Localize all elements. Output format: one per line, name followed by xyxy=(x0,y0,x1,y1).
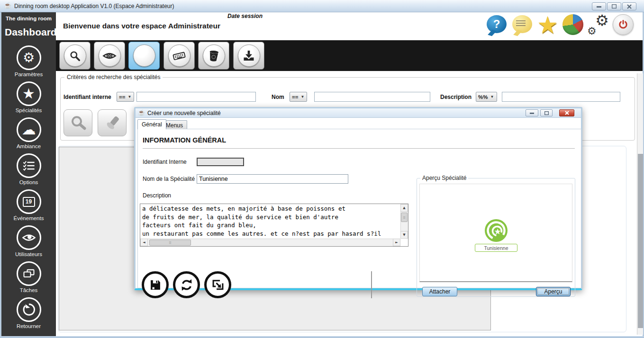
field-label-identifiant: Identifiant interne xyxy=(63,94,111,100)
identifiant-interne-input[interactable] xyxy=(197,158,244,166)
close-button[interactable] xyxy=(622,2,636,10)
toolbar-import-button[interactable] xyxy=(233,42,264,70)
scrollbar-thumb[interactable] xyxy=(638,154,643,328)
welcome-title: Bienvenue dans votre espace Administrate… xyxy=(63,22,220,30)
export-button[interactable] xyxy=(204,271,231,298)
nom-search-input[interactable] xyxy=(314,92,430,102)
button-divider xyxy=(371,271,372,298)
chevron-down-icon: ▼ xyxy=(300,95,304,99)
messages-button[interactable] xyxy=(511,14,533,36)
dialog-close-button[interactable] xyxy=(559,109,574,116)
identifiant-search-input[interactable] xyxy=(136,92,256,102)
clear-criteria-button[interactable] xyxy=(98,109,127,136)
chevron-down-icon: ▼ xyxy=(127,95,131,99)
sidebar-item-ambiance[interactable]: ☁ Ambiance xyxy=(1,117,56,152)
sidebar: The dinning room Dashboard ⚙ Paramètres … xyxy=(1,12,56,337)
refresh-icon xyxy=(180,278,193,292)
operator-select-nom[interactable]: ==▼ xyxy=(290,92,307,102)
keyboard-icon xyxy=(168,44,190,67)
scroll-down-icon[interactable]: ▼ xyxy=(400,231,408,239)
help-button[interactable]: ? xyxy=(486,14,508,36)
java-app-icon: ☕ xyxy=(138,109,145,116)
calendar-icon: 19 xyxy=(17,189,41,214)
dialog-titlebar: ☕ Créer une nouvelle spécialité xyxy=(136,108,581,118)
textarea-vertical-scrollbar[interactable]: ▲ ☰ ▼ xyxy=(400,204,408,239)
minimize-icon xyxy=(597,6,601,8)
sidebar-item-utilisateurs[interactable]: Utilisateurs xyxy=(1,225,56,260)
maximize-icon xyxy=(544,111,549,115)
favorites-button[interactable]: ★ xyxy=(537,14,559,36)
gear-icon: ⚙ xyxy=(17,45,41,70)
apercu-legend: Aperçu Spécialité xyxy=(420,175,468,181)
scroll-up-icon[interactable]: ▲ xyxy=(400,204,408,212)
section-title: INFORMATION GÉNÉRAL xyxy=(143,136,226,144)
save-icon xyxy=(149,278,162,292)
scroll-left-icon[interactable]: ◄ xyxy=(140,239,148,246)
operator-select-identifiant[interactable]: ==▼ xyxy=(117,92,134,102)
textarea-horizontal-scrollbar[interactable]: ◄ ☰ ► xyxy=(140,239,400,246)
dialog-minimize-button[interactable] xyxy=(526,109,538,116)
sidebar-item-taches[interactable]: Tâches xyxy=(1,261,56,296)
description-textarea[interactable]: a délicatesse des mets, en majorité à ba… xyxy=(140,204,400,239)
search-submit-button[interactable] xyxy=(63,109,92,136)
sidebar-item-parametres[interactable]: ⚙ Paramètres xyxy=(1,45,56,80)
nom-specialite-label: Nom de la Spécialité xyxy=(143,176,195,182)
specialite-name-badge: Tunisienne xyxy=(475,244,517,252)
settings-icon: ⚙⚙ xyxy=(587,14,609,36)
sidebar-item-retourner[interactable]: Retourner xyxy=(1,297,56,332)
application-window: ☕ Dinning room desktop Application V1.0 … xyxy=(0,0,644,338)
sidebar-item-evenements[interactable]: 19 Événements xyxy=(1,189,56,224)
toolbar-edit-button[interactable] xyxy=(163,42,195,70)
maximize-button[interactable] xyxy=(607,2,621,10)
eye-icon xyxy=(17,225,41,250)
refresh-button[interactable] xyxy=(173,271,200,298)
tab-general[interactable]: Général xyxy=(137,119,166,129)
trash-icon xyxy=(203,44,225,67)
scrollbar-thumb[interactable]: ☰ xyxy=(149,240,191,246)
description-search-input[interactable] xyxy=(502,92,620,102)
actions-toolbar xyxy=(56,40,643,71)
power-icon xyxy=(613,14,634,35)
apercu-button[interactable]: Aperçu xyxy=(536,287,571,296)
create-specialite-dialog: ☕ Créer une nouvelle spécialité Général … xyxy=(134,107,582,290)
toolbar-new-button-active[interactable] xyxy=(128,42,160,70)
specialite-preview-area: ★ Tunisienne xyxy=(419,184,572,282)
window-bottom-border xyxy=(0,336,644,338)
search-icon xyxy=(70,115,87,132)
search-icon xyxy=(64,44,86,67)
clouds-icon: ☁ xyxy=(17,117,41,142)
blank-circle-icon xyxy=(133,44,155,67)
nom-specialite-input[interactable] xyxy=(197,174,348,184)
sidebar-item-specialites[interactable]: ★ Spécialités xyxy=(1,81,56,116)
stats-button[interactable] xyxy=(562,14,584,36)
description-textarea-container: a délicatesse des mets, en majorité à ba… xyxy=(140,204,408,247)
sidebar-dashboard-title: Dashboard xyxy=(5,27,57,38)
identifiant-interne-label: Identifiant Interne xyxy=(143,159,187,165)
sidebar-brand: The dinning room xyxy=(6,16,52,21)
window-titlebar: ☕ Dinning room desktop Application V1.0 … xyxy=(0,0,644,12)
section-divider xyxy=(143,148,575,149)
scrollbar-thumb[interactable]: ☰ xyxy=(401,213,408,222)
dialog-maximize-button[interactable] xyxy=(540,109,553,116)
operator-select-description[interactable]: %%▼ xyxy=(476,92,497,102)
toolbar-view-button[interactable] xyxy=(94,42,125,70)
svg-text:★: ★ xyxy=(494,227,501,236)
main-vertical-scrollbar[interactable] xyxy=(637,73,643,335)
settings-button[interactable]: ⚙⚙ xyxy=(587,14,609,36)
maximize-icon xyxy=(612,4,617,9)
scroll-right-icon[interactable]: ► xyxy=(393,239,400,246)
java-app-icon: ☕ xyxy=(4,2,11,9)
save-button[interactable] xyxy=(142,271,169,298)
toolbar-delete-button[interactable] xyxy=(198,42,229,70)
sidebar-item-options[interactable]: Options xyxy=(1,153,56,188)
field-label-nom: Nom xyxy=(272,94,284,100)
power-button[interactable] xyxy=(613,14,635,36)
date-session-label: Date session xyxy=(227,13,263,19)
eraser-icon xyxy=(104,115,121,132)
favorites-icon: ★ xyxy=(537,14,559,36)
minimize-button[interactable] xyxy=(592,2,606,10)
checklist-icon xyxy=(17,153,41,178)
attacher-button[interactable]: Attacher xyxy=(422,287,457,296)
stats-icon xyxy=(562,14,583,35)
toolbar-search-button[interactable] xyxy=(59,42,91,70)
